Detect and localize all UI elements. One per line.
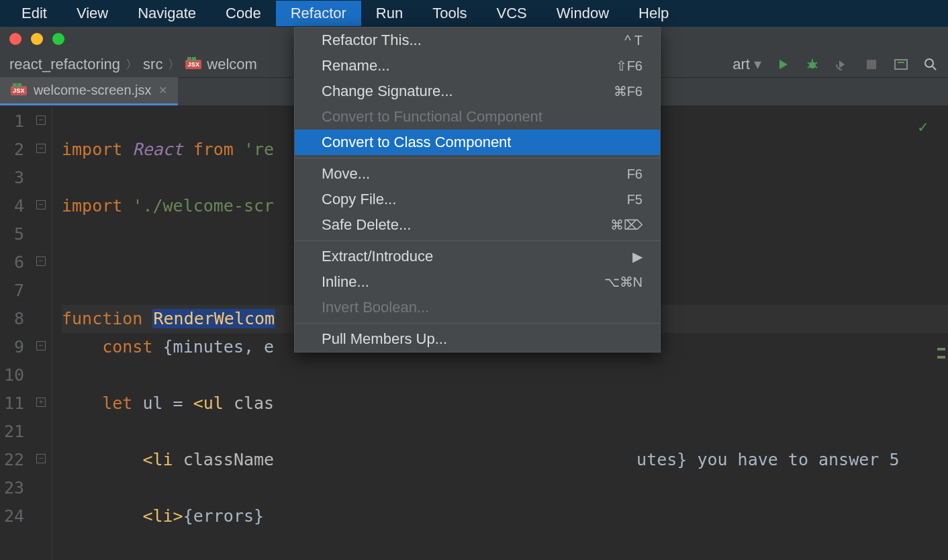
run-config-label: art	[732, 56, 750, 73]
fold-marker[interactable]: −	[36, 144, 46, 153]
line-number: 23	[0, 474, 24, 502]
menu-label: Move...	[322, 165, 370, 183]
toolbar-actions: art ▾	[732, 56, 939, 73]
menu-view[interactable]: View	[62, 1, 123, 26]
profiler-button[interactable]	[893, 56, 909, 73]
minimize-window-button[interactable]	[31, 33, 43, 45]
menu-tools[interactable]: Tools	[418, 1, 481, 26]
menu-code[interactable]: Code	[211, 1, 276, 26]
menu-separator	[295, 240, 660, 241]
line-number: 3	[0, 164, 24, 192]
svg-line-3	[815, 62, 817, 64]
fold-marker[interactable]: −	[36, 200, 46, 209]
menu-label: Convert to Functional Component	[322, 108, 542, 126]
menu-inline[interactable]: Inline... ⌥⌘N	[295, 269, 660, 295]
search-button[interactable]	[922, 56, 939, 73]
fold-marker[interactable]: −	[36, 256, 46, 266]
line-number: 1	[0, 107, 24, 136]
menu-edit[interactable]: Edit	[7, 1, 62, 26]
menu-refactor-this[interactable]: Refactor This... ^ T	[295, 28, 660, 53]
debug-button[interactable]	[804, 56, 820, 73]
scroll-marker	[937, 356, 945, 359]
line-number: 4	[0, 192, 24, 220]
svg-line-9	[933, 66, 936, 70]
run-config-selector[interactable]: art ▾	[732, 56, 761, 73]
menu-label: Rename...	[322, 57, 390, 75]
menu-label: Invert Boolean...	[322, 299, 429, 316]
submenu-arrow-icon: ▶	[632, 248, 643, 265]
chevron-right-icon: 〉	[168, 56, 180, 73]
line-number: 5	[0, 220, 24, 248]
svg-point-0	[809, 62, 816, 68]
menu-shortcut: ⇧F6	[616, 58, 643, 74]
jsx-file-icon: JSX	[185, 60, 201, 69]
menu-pull-members-up[interactable]: Pull Members Up...	[295, 326, 660, 352]
menu-navigate[interactable]: Navigate	[123, 1, 211, 26]
menu-move[interactable]: Move... F6	[295, 161, 660, 187]
menu-convert-class[interactable]: Convert to Class Component	[295, 130, 660, 155]
menu-shortcut: F5	[627, 192, 643, 207]
menu-shortcut: F6	[627, 167, 643, 182]
line-number: 7	[0, 277, 24, 305]
menu-label: Inline...	[322, 273, 369, 291]
svg-line-5	[815, 66, 817, 68]
menubar: Edit View Navigate Code Refactor Run Too…	[0, 0, 948, 27]
line-number-gutter: 1 2 3 4 5 6 7 8 9 10 11 21 22 23 24	[0, 106, 34, 560]
menu-copy-file[interactable]: Copy File... F5	[295, 187, 660, 212]
menu-shortcut: ⌘F6	[614, 83, 643, 99]
menu-refactor[interactable]: Refactor	[276, 1, 361, 26]
fold-marker[interactable]: −	[36, 341, 46, 351]
menu-shortcut: ⌥⌘N	[604, 274, 643, 290]
fold-gutter: − − − − − + −	[34, 106, 52, 560]
fold-marker[interactable]: +	[36, 398, 46, 407]
menu-shortcut: ⌘⌦	[610, 217, 643, 233]
menu-separator	[295, 158, 660, 158]
breadcrumb-src[interactable]: src	[143, 56, 162, 73]
close-window-button[interactable]	[9, 33, 21, 45]
svg-point-8	[925, 59, 933, 67]
close-tab-button[interactable]: ✕	[158, 84, 167, 97]
line-number: 6	[0, 248, 24, 277]
jsx-file-icon: JSX	[11, 86, 27, 95]
fold-marker[interactable]: −	[36, 115, 46, 125]
menu-label: Refactor This...	[322, 32, 422, 49]
menu-safe-delete[interactable]: Safe Delete... ⌘⌦	[295, 212, 660, 238]
stop-button	[863, 56, 880, 73]
menu-label: Safe Delete...	[322, 216, 411, 234]
line-number: 11	[0, 389, 24, 418]
scroll-marker	[937, 348, 945, 351]
scrollbar[interactable]	[937, 240, 945, 560]
editor-tab[interactable]: JSX welcome-screen.jsx ✕	[0, 77, 178, 105]
svg-line-4	[808, 66, 810, 68]
menu-shortcut: ^ T	[624, 33, 643, 48]
menu-window[interactable]: Window	[542, 1, 624, 26]
inspection-ok-icon[interactable]: ✓	[918, 113, 928, 141]
menu-run[interactable]: Run	[361, 1, 418, 26]
svg-rect-6	[867, 60, 876, 69]
run-button[interactable]	[775, 56, 791, 73]
svg-line-2	[808, 62, 810, 64]
line-number: 21	[0, 418, 24, 446]
menu-change-signature[interactable]: Change Signature... ⌘F6	[295, 79, 660, 104]
breadcrumb-project[interactable]: react_refactoring	[9, 56, 120, 73]
svg-rect-7	[895, 60, 907, 69]
fold-marker[interactable]: −	[36, 454, 46, 463]
maximize-window-button[interactable]	[52, 33, 64, 45]
menu-extract-introduce[interactable]: Extract/Introduce ▶	[295, 244, 660, 269]
menu-label: Change Signature...	[322, 83, 453, 100]
tab-filename: welcome-screen.jsx	[34, 83, 152, 98]
line-number: 8	[0, 305, 24, 333]
menu-convert-functional: Convert to Functional Component	[295, 104, 660, 130]
breadcrumb-file[interactable]: welcom	[207, 56, 257, 73]
line-number: 2	[0, 136, 24, 164]
menu-help[interactable]: Help	[624, 1, 683, 26]
menu-label: Extract/Introduce	[322, 248, 433, 265]
line-number: 10	[0, 361, 24, 389]
dropdown-icon: ▾	[754, 56, 761, 73]
line-number: 22	[0, 446, 24, 474]
menu-rename[interactable]: Rename... ⇧F6	[295, 53, 660, 79]
menu-vcs[interactable]: VCS	[482, 1, 542, 26]
coverage-button[interactable]	[834, 56, 850, 73]
menu-label: Convert to Class Component	[322, 134, 511, 151]
chevron-right-icon: 〉	[126, 56, 138, 73]
